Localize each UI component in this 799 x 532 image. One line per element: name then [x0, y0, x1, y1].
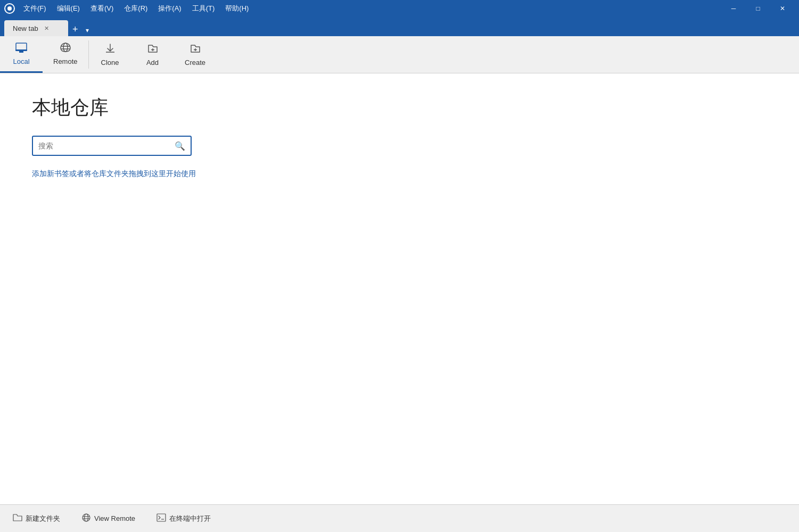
menu-action[interactable]: 操作(A): [154, 2, 185, 15]
open-terminal-label: 在终端中打开: [169, 514, 211, 523]
create-label: Create: [185, 59, 205, 66]
view-remote-label: View Remote: [94, 514, 135, 522]
menu-help[interactable]: 帮助(H): [221, 2, 253, 15]
minimize-button[interactable]: ─: [721, 0, 746, 17]
new-folder-label: 新建文件夹: [26, 514, 60, 523]
tab-dropdown-button[interactable]: ▾: [83, 24, 92, 36]
new-tab-icon: +: [72, 24, 78, 35]
add-label: Add: [146, 59, 159, 66]
menu-tools[interactable]: 工具(T): [188, 2, 219, 15]
svg-point-6: [63, 43, 68, 52]
tabbar: New tab ✕ + ▾: [0, 17, 799, 36]
tab-label: New tab: [13, 24, 38, 32]
titlebar: 文件(F) 编辑(E) 查看(V) 仓库(R) 操作(A) 工具(T) 帮助(H…: [0, 0, 799, 17]
search-icon[interactable]: 🔍: [169, 141, 191, 151]
new-folder-button[interactable]: 新建文件夹: [9, 511, 64, 526]
view-remote-icon: [81, 513, 91, 525]
add-icon: [147, 43, 159, 56]
tab-new[interactable]: New tab ✕: [4, 20, 68, 36]
create-icon: [190, 43, 201, 56]
remote-label: Remote: [53, 57, 78, 65]
clone-label: Clone: [101, 59, 119, 66]
hint-link[interactable]: 添加新书签或者将仓库文件夹拖拽到这里开始使用: [32, 169, 196, 178]
clone-button[interactable]: Clone: [89, 36, 131, 73]
new-folder-icon: [13, 513, 22, 524]
remote-icon: [60, 42, 71, 55]
view-remote-button[interactable]: View Remote: [77, 511, 139, 527]
svg-point-1: [7, 6, 12, 11]
svg-point-14: [83, 514, 90, 521]
open-terminal-button[interactable]: 在终端中打开: [152, 511, 215, 526]
create-button[interactable]: Create: [174, 36, 217, 73]
svg-rect-2: [16, 43, 27, 50]
menubar: 文件(F) 编辑(E) 查看(V) 仓库(R) 操作(A) 工具(T) 帮助(H…: [19, 2, 721, 15]
local-icon: [15, 42, 28, 55]
app-logo: [4, 3, 15, 14]
page-title: 本地仓库: [32, 95, 767, 121]
toolbar: Local Remote Clone: [0, 36, 799, 73]
menu-edit[interactable]: 编辑(E): [53, 2, 84, 15]
main-content: 本地仓库 🔍 添加新书签或者将仓库文件夹拖拽到这里开始使用: [0, 73, 799, 504]
open-terminal-icon: [156, 513, 166, 524]
search-input[interactable]: [33, 142, 169, 150]
menu-file[interactable]: 文件(F): [19, 2, 51, 15]
window-controls: ─ □ ✕: [721, 0, 795, 17]
add-button[interactable]: Add: [131, 36, 174, 73]
search-box: 🔍: [32, 136, 192, 156]
local-label: Local: [13, 57, 29, 65]
tab-close-button[interactable]: ✕: [43, 24, 51, 32]
new-tab-button[interactable]: +: [68, 23, 83, 36]
tab-local[interactable]: Local: [0, 36, 43, 73]
svg-rect-18: [157, 514, 166, 521]
clone-icon: [104, 43, 116, 56]
maximize-button[interactable]: □: [746, 0, 770, 17]
svg-point-15: [85, 514, 88, 521]
tab-remote[interactable]: Remote: [43, 36, 88, 73]
close-button[interactable]: ✕: [770, 0, 795, 17]
menu-repo[interactable]: 仓库(R): [120, 2, 152, 15]
menu-view[interactable]: 查看(V): [86, 2, 118, 15]
statusbar: 新建文件夹 View Remote 在终端中打开: [0, 504, 799, 532]
